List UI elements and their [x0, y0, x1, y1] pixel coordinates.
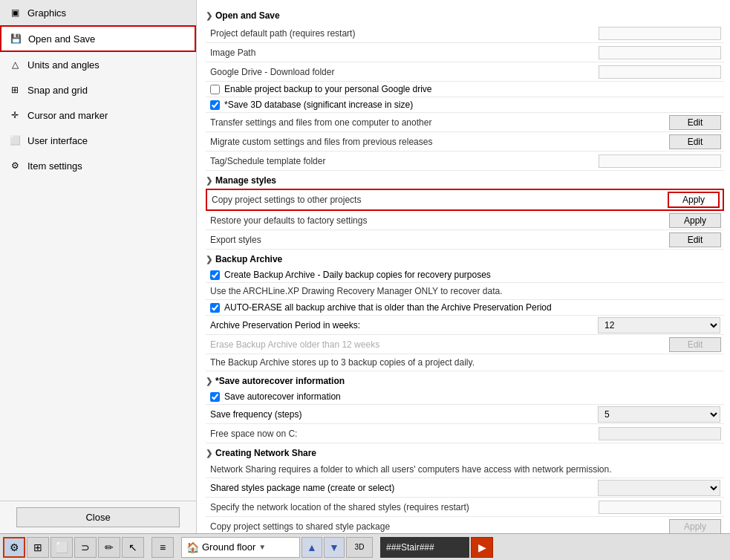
- sidebar-item-snap-grid[interactable]: ⊞ Snap and grid: [0, 77, 196, 102]
- sidebar-item-item-settings[interactable]: ⚙ Item settings: [0, 153, 196, 178]
- save-autorecover-row: Save autorecover information: [206, 389, 724, 405]
- tag-schedule-label: Tag/Schedule template folder: [206, 154, 596, 169]
- sidebar-label-snap: Snap and grid: [27, 85, 88, 96]
- manage-styles-title: Manage styles: [215, 175, 276, 186]
- list-toolbar-button[interactable]: ≡: [151, 537, 174, 558]
- cursor-toolbar-button[interactable]: ↖: [122, 537, 144, 558]
- content-inner: ❯ Open and Save Project default path (re…: [197, 0, 730, 533]
- migrate-settings-value: Edit: [598, 133, 724, 151]
- save-frequency-label: Save frequency (steps): [206, 407, 598, 422]
- project-default-path-input[interactable]: C:\Users\balin\Docum...: [599, 27, 721, 40]
- close-button[interactable]: Close: [16, 507, 180, 527]
- sidebar-label-graphics: Graphics: [27, 7, 66, 19]
- copy-project-settings-button[interactable]: Apply: [668, 192, 720, 208]
- chevron-open-save: ❯: [206, 11, 212, 21]
- export-styles-button[interactable]: Edit: [669, 232, 721, 247]
- network-section-header: ❯ Creating Network Share: [206, 443, 724, 461]
- archive-preservation-ctrl: 12: [598, 317, 724, 333]
- transfer-settings-label: Transfer settings and files from one com…: [206, 115, 598, 130]
- migrate-settings-button[interactable]: Edit: [669, 134, 721, 149]
- create-backup-checkbox[interactable]: [210, 270, 220, 280]
- sidebar-label-ui: User interface: [27, 135, 88, 146]
- units-icon: △: [8, 58, 22, 71]
- chevron-backup: ❯: [206, 255, 212, 264]
- google-drive-value: C:\Users\balin\Docum...: [596, 64, 724, 80]
- sidebar-item-user-interface[interactable]: ⬜ User interface: [0, 128, 196, 153]
- save-autorecover-label: Save autorecover information: [224, 391, 341, 402]
- image-path-label: Image Path: [206, 45, 596, 60]
- export-styles-row: Export styles Edit: [206, 230, 724, 250]
- copy-shared-style-button: Apply: [669, 519, 721, 534]
- floor-label: Ground floor: [202, 541, 255, 553]
- content-area: ❯ Open and Save Project default path (re…: [197, 0, 730, 533]
- google-backup-checkbox[interactable]: [210, 85, 220, 94]
- network-location-row: Specify the network location of the shar…: [206, 498, 724, 517]
- settings-toolbar-button[interactable]: ⚙: [3, 537, 25, 558]
- bottom-toolbar: ⚙ ⊞ ⬜ ⊃ ✏ ↖ ≡ 🏠 Ground floor ▼ ▲ ▼ 3D ##…: [0, 533, 730, 560]
- sidebar-item-open-save[interactable]: 💾 Open and Save: [0, 25, 196, 52]
- network-location-input[interactable]: C:\ProgramData\Cadli...: [599, 501, 721, 514]
- shared-styles-ctrl: [598, 480, 724, 496]
- google-drive-input[interactable]: C:\Users\balin\Docum...: [599, 65, 721, 79]
- export-styles-label: Export styles: [206, 232, 598, 247]
- open-save-icon: 💾: [9, 32, 22, 45]
- cursor-icon: ✛: [8, 108, 22, 122]
- recovery-manager-text: Use the ARCHLine.XP Drawing Recovery Man…: [210, 286, 503, 296]
- save-3d-label: *Save 3D database (significant increase …: [224, 100, 413, 110]
- archive-preservation-row: Archive Preservation Period in weeks: 12: [206, 316, 724, 335]
- transfer-settings-value: Edit: [598, 114, 724, 131]
- square-toolbar-button[interactable]: ⬜: [50, 537, 73, 558]
- save-frequency-select[interactable]: 5: [598, 406, 720, 423]
- project-default-path-label: Project default path (requires restart): [206, 26, 596, 41]
- archive-preservation-select[interactable]: 12: [598, 317, 720, 333]
- 3d-toolbar-button[interactable]: 3D: [346, 537, 373, 558]
- pen-toolbar-button[interactable]: ✏: [98, 537, 120, 558]
- network-title: Creating Network Share: [215, 448, 316, 458]
- stair-label: ###Stair###: [380, 537, 469, 558]
- grid-toolbar-button[interactable]: ⊞: [27, 537, 49, 558]
- save-3d-checkbox[interactable]: [210, 100, 220, 110]
- chevron-network: ❯: [206, 449, 212, 458]
- sidebar-item-cursor-marker[interactable]: ✛ Cursor and marker: [0, 102, 196, 128]
- backup-copies-text: The Backup Archive stores up to 3 backup…: [210, 357, 475, 368]
- erase-backup-row: Erase Backup Archive older than 12 weeks…: [206, 335, 724, 354]
- network-location-label: Specify the network location of the shar…: [206, 500, 596, 515]
- erase-backup-value: Edit: [598, 336, 724, 354]
- save-frequency-row: Save frequency (steps) 5: [206, 405, 724, 424]
- chevron-autorecover: ❯: [206, 377, 212, 386]
- auto-erase-label: AUTO-ERASE all backup archive that is ol…: [224, 302, 552, 313]
- save-3d-row: *Save 3D database (significant increase …: [206, 97, 724, 113]
- image-path-input[interactable]: C:\Users\balin\Docum...: [599, 46, 721, 59]
- save-frequency-ctrl: 5: [598, 406, 724, 423]
- backup-title: Backup Archive: [215, 254, 282, 264]
- image-path-row: Image Path C:\Users\balin\Docum...: [206, 43, 724, 62]
- sidebar-item-units-angles[interactable]: △ Units and angles: [0, 52, 196, 77]
- google-backup-label: Enable project backup to your personal G…: [224, 84, 432, 94]
- sidebar-label-units: Units and angles: [27, 59, 100, 71]
- right-icon-button[interactable]: ▶: [471, 537, 493, 558]
- save-autorecover-checkbox[interactable]: [210, 392, 220, 402]
- backup-section-header: ❯ Backup Archive: [206, 250, 724, 267]
- shared-styles-row: Shared styles package name (create or se…: [206, 478, 724, 498]
- migrate-settings-row: Migrate custom settings and files from p…: [206, 132, 724, 152]
- nav-up-button[interactable]: ▲: [302, 537, 322, 558]
- free-space-input: 229551 MByte: [599, 427, 721, 440]
- shared-styles-label: Shared styles package name (create or se…: [206, 481, 598, 495]
- floor-selector[interactable]: 🏠 Ground floor ▼: [181, 537, 300, 558]
- tag-schedule-input[interactable]: C:\Users\balin\Docum...: [599, 154, 721, 168]
- transfer-settings-button[interactable]: Edit: [669, 115, 721, 130]
- restore-defaults-button[interactable]: Apply: [669, 213, 721, 228]
- nav-down-button[interactable]: ▼: [324, 537, 345, 558]
- transfer-settings-row: Transfer settings and files from one com…: [206, 113, 724, 132]
- project-default-path-value: C:\Users\balin\Docum...: [596, 25, 724, 42]
- restore-defaults-label: Restore your defaults to factory setting…: [206, 213, 598, 228]
- graphics-icon: ▣: [8, 6, 22, 19]
- manage-styles-section-header: ❯ Manage styles: [206, 171, 724, 189]
- copy-project-settings-value: Apply: [596, 190, 723, 209]
- restore-defaults-value: Apply: [598, 212, 724, 229]
- create-backup-row: Create Backup Archive - Daily backup cop…: [206, 267, 724, 283]
- shared-styles-select[interactable]: [598, 480, 720, 496]
- magnet-toolbar-button[interactable]: ⊃: [74, 537, 97, 558]
- sidebar-item-graphics[interactable]: ▣ Graphics: [0, 0, 196, 25]
- auto-erase-checkbox[interactable]: [210, 303, 220, 313]
